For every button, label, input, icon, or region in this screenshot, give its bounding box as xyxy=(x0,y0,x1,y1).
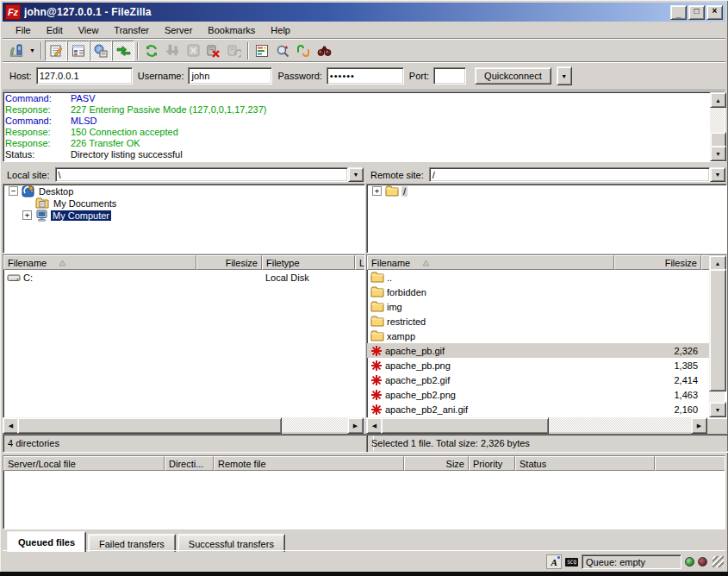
file-row-restricted[interactable]: restricted xyxy=(367,314,726,329)
host-input[interactable] xyxy=(36,67,133,85)
computer-icon xyxy=(35,210,48,222)
queue-column-remote-file[interactable]: Remote file xyxy=(214,456,404,471)
tab-failed-transfers[interactable]: Failed transfers xyxy=(88,534,176,552)
queue-column-status[interactable]: Status xyxy=(515,456,655,471)
maximize-button[interactable]: □ xyxy=(688,5,705,20)
filter-button[interactable] xyxy=(252,41,272,60)
desktop-icon xyxy=(22,185,34,197)
port-input[interactable] xyxy=(433,67,466,85)
filename-label: img xyxy=(387,302,402,312)
tab-queued-files[interactable]: Queued files xyxy=(7,531,86,552)
menu-transfer[interactable]: Transfer xyxy=(106,23,157,37)
toggle-local-tree-icon xyxy=(72,44,85,58)
scroll-down-icon[interactable]: ▼ xyxy=(709,402,726,417)
refresh-button[interactable] xyxy=(141,41,162,60)
disconnect-button[interactable] xyxy=(203,41,224,60)
column-header-l[interactable]: L xyxy=(355,255,365,270)
toggle-message-log-button[interactable] xyxy=(45,41,67,61)
local-hscrollbar[interactable]: ◀ ▶ xyxy=(3,417,364,432)
file-row-apache-pb2-gif[interactable]: apache_pb2.gif2,414 xyxy=(367,373,726,387)
site-manager-dropdown-icon[interactable]: ▼ xyxy=(27,41,38,60)
find-files-icon xyxy=(317,45,332,57)
menu-file[interactable]: File xyxy=(8,23,39,37)
scroll-right-icon[interactable]: ▶ xyxy=(691,417,707,434)
file-row-[interactable]: .. xyxy=(367,270,726,285)
menu-edit[interactable]: Edit xyxy=(39,23,71,37)
scroll-thumb[interactable] xyxy=(709,269,726,391)
scroll-up-icon[interactable]: ▲ xyxy=(710,92,726,108)
toolbar-group-separator xyxy=(137,42,139,59)
file-row-apache-pb-png[interactable]: apache_pb.png1,385 xyxy=(367,358,726,373)
remote-site-combo[interactable]: / xyxy=(429,167,710,182)
scroll-thumb[interactable] xyxy=(17,417,282,434)
expander-icon[interactable]: + xyxy=(372,186,382,196)
tree-item-my-computer[interactable]: +My Computer xyxy=(3,210,364,221)
username-input[interactable] xyxy=(188,67,272,85)
filename-cell: apache_pb.png xyxy=(367,360,614,372)
folder-icon xyxy=(370,272,384,283)
compare-directories-button[interactable] xyxy=(272,41,293,60)
log-entry-message: MLSD xyxy=(71,116,97,127)
queue-column-size[interactable]: Size xyxy=(404,456,469,471)
quickconnect-button[interactable]: Quickconnect xyxy=(475,67,551,85)
menu-help[interactable]: Help xyxy=(263,23,298,37)
file-row-xampp[interactable]: xampp xyxy=(367,329,726,343)
queue-size-indicator: Queue: empty xyxy=(582,554,681,569)
toggle-local-tree-button[interactable] xyxy=(67,41,90,61)
tab-successful-transfers[interactable]: Successful transfers xyxy=(177,534,285,552)
queue-column-priority[interactable]: Priority xyxy=(469,456,515,471)
toggle-queue-icon xyxy=(116,45,131,57)
column-header-filesize[interactable]: Filesize xyxy=(196,255,262,270)
quickconnect-dropdown-icon[interactable]: ▼ xyxy=(557,66,572,85)
file-row-c[interactable]: C:Local Disk xyxy=(3,270,364,285)
quickconnect-bar: Host: Username: Password: Port: Quickcon… xyxy=(3,63,725,89)
local-site-dropdown-icon[interactable]: ▼ xyxy=(348,167,364,182)
synchronized-browsing-button[interactable] xyxy=(293,41,314,60)
tree-item-my-documents[interactable]: My Documents xyxy=(3,197,364,209)
resize-grip[interactable] xyxy=(712,556,724,567)
expander-icon[interactable]: − xyxy=(9,186,18,196)
menu-server[interactable]: Server xyxy=(157,23,200,37)
menu-bookmarks[interactable]: Bookmarks xyxy=(200,23,263,37)
tree-item-[interactable]: +/ xyxy=(367,185,726,197)
scroll-thumb[interactable] xyxy=(381,417,549,434)
filename-label: apache_pb.png xyxy=(385,360,451,371)
filter-icon xyxy=(255,44,269,58)
file-row-apache-pb2-ani-gif[interactable]: apache_pb2_ani.gif2,160 xyxy=(367,402,726,416)
column-header-filename[interactable]: Filename xyxy=(3,255,196,270)
image-file-icon xyxy=(370,389,383,401)
file-row-apache-pb-gif[interactable]: apache_pb.gif2,326 xyxy=(367,343,726,358)
queue-column-directi[interactable]: Directi... xyxy=(165,456,214,471)
file-row-forbidden[interactable]: forbidden xyxy=(367,285,726,299)
site-manager-icon xyxy=(9,44,24,58)
file-row-img[interactable]: img xyxy=(367,299,726,314)
titlebar[interactable]: Fz john@127.0.0.1 - FileZilla _ □ × xyxy=(3,3,725,22)
column-header-filename[interactable]: Filename xyxy=(367,255,614,270)
tree-item-desktop[interactable]: −Desktop xyxy=(3,185,364,197)
column-header-label: Filesize xyxy=(665,258,697,268)
log-scrollbar[interactable]: ▲ ▼ xyxy=(710,92,725,161)
scroll-right-icon[interactable]: ▶ xyxy=(347,417,364,434)
password-input[interactable] xyxy=(327,67,404,85)
column-header-filetype[interactable]: Filetype xyxy=(262,255,355,270)
remote-site-dropdown-icon[interactable]: ▼ xyxy=(710,167,725,182)
filename-label: .. xyxy=(387,272,392,283)
expander-icon[interactable]: + xyxy=(22,210,32,220)
minimize-button[interactable]: _ xyxy=(670,5,687,20)
scroll-down-icon[interactable]: ▼ xyxy=(710,146,726,161)
remote-hscrollbar[interactable]: ◀ ▶ xyxy=(366,417,707,432)
toggle-queue-button[interactable] xyxy=(112,41,134,61)
column-header-filesize[interactable]: Filesize xyxy=(614,255,701,270)
toggle-remote-tree-button[interactable] xyxy=(90,41,112,61)
find-files-button[interactable] xyxy=(314,41,334,60)
file-row-apache-pb2-png[interactable]: apache_pb2.png1,463 xyxy=(367,387,726,402)
local-site-combo[interactable]: \ xyxy=(55,167,348,182)
site-manager-button[interactable] xyxy=(6,41,27,60)
menu-view[interactable]: View xyxy=(71,23,107,37)
close-button[interactable]: × xyxy=(706,5,723,20)
filename-cell: apache_pb2.gif xyxy=(367,374,614,386)
folder-icon xyxy=(370,301,384,312)
queue-column-server-local-file[interactable]: Server/Local file xyxy=(3,456,165,471)
local-site-row: Local site: \ ▼ xyxy=(3,166,364,183)
remote-vscrollbar[interactable]: ▲ ▼ xyxy=(709,255,725,417)
